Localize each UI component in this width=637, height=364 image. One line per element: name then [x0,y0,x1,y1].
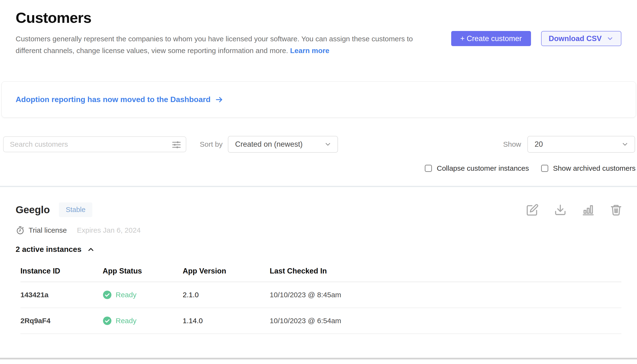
sort-by-label: Sort by [200,140,223,148]
adoption-reporting-link[interactable]: Adoption reporting has now moved to the … [16,95,224,104]
app-version-cell: 1.14.0 [183,317,270,325]
collapse-instances-option: Collapse customer instances [425,164,529,172]
show-label: Show [503,140,521,148]
arrow-right-icon [215,95,224,104]
learn-more-link[interactable]: Learn more [290,46,329,54]
license-row: Trial license Expires Jan 6, 2024 [16,226,622,235]
instances-table: Instance ID App Status App Version Last … [21,260,621,334]
customer-reporting-button[interactable] [582,204,594,216]
last-checked-in-cell: 10/10/2023 @ 8:45am [270,291,621,299]
section-divider [0,186,637,187]
license-expiration: Expires Jan 6, 2024 [77,226,141,234]
chevron-down-icon [324,140,332,148]
show-count-value: 20 [535,140,543,149]
page-title: Customers [16,9,621,26]
instances-table-header: Instance ID App Status App Version Last … [21,260,621,282]
show-archived-option: Show archived customers [541,164,635,172]
adoption-reporting-banner: Adoption reporting has now moved to the … [2,82,636,118]
collapse-instances-checkbox[interactable] [425,165,432,172]
app-version-cell: 2.1.0 [183,291,270,299]
list-controls: Sort by Created on (newest) Show 20 [3,136,635,153]
edit-customer-button[interactable] [526,204,539,216]
instances-toggle[interactable]: 2 active instances [16,245,95,254]
show-archived-checkbox[interactable] [541,165,548,172]
col-instance-id: Instance ID [21,267,103,276]
page-description: Customers generally represent the compan… [16,33,415,56]
customers-page: Customers Customers generally represent … [0,0,637,364]
bottom-divider [0,358,637,360]
filter-button[interactable] [171,140,181,150]
sort-select[interactable]: Created on (newest) [228,136,338,153]
banner-message: Adoption reporting has now moved to the … [16,95,210,104]
page-header: Customers Customers generally represent … [0,0,637,56]
create-customer-button[interactable]: + Create customer [451,31,531,46]
header-actions: + Create customer Download CSV [451,31,621,46]
trial-timer-icon [16,226,25,235]
edit-icon [526,204,539,216]
app-status-text: Ready [116,291,136,299]
download-csv-button[interactable]: Download CSV [541,31,621,46]
instances-summary: 2 active instances [16,245,82,254]
search-input[interactable] [4,137,186,152]
chevron-down-icon [621,140,629,148]
page-description-text: Customers generally represent the compan… [16,35,413,54]
table-row: 2Rq9aF4 Ready 1.14.0 10/10/2023 @ 6:54am [21,308,621,334]
sort-select-value: Created on (newest) [235,140,303,149]
app-status-text: Ready [116,317,136,325]
instance-id-cell: 2Rq9aF4 [21,317,103,325]
customer-actions [526,204,622,216]
instance-id-cell: 143421a [21,291,103,299]
show-count-select[interactable]: 20 [527,136,635,153]
customer-card: Geeglo Stable [0,202,637,334]
col-app-version: App Version [183,267,270,276]
show-group: Show 20 [503,136,635,153]
bar-chart-icon [582,204,594,216]
download-icon [554,204,567,216]
table-row: 143421a Ready 2.1.0 10/10/2023 @ 8:45am [21,282,621,308]
chevron-up-icon [87,246,95,254]
last-checked-in-cell: 10/10/2023 @ 6:54am [270,317,621,325]
check-circle-icon [103,290,112,300]
check-circle-icon [103,316,112,325]
filter-sliders-icon [171,140,181,150]
trash-icon [610,204,622,216]
download-csv-label: Download CSV [549,34,602,43]
col-last-checked-in: Last Checked In [270,267,621,276]
delete-customer-button[interactable] [610,204,622,216]
channel-badge: Stable [59,202,92,217]
list-options: Collapse customer instances Show archive… [0,164,635,172]
show-archived-label: Show archived customers [553,164,635,172]
search-box [3,136,186,152]
collapse-instances-label: Collapse customer instances [437,164,529,172]
license-type: Trial license [29,226,67,234]
col-app-status: App Status [103,267,183,276]
customer-name: Geeglo [16,204,50,216]
app-status-cell: Ready [103,290,183,300]
chevron-down-icon [606,35,614,42]
app-status-cell: Ready [103,316,183,325]
download-license-button[interactable] [554,204,567,216]
